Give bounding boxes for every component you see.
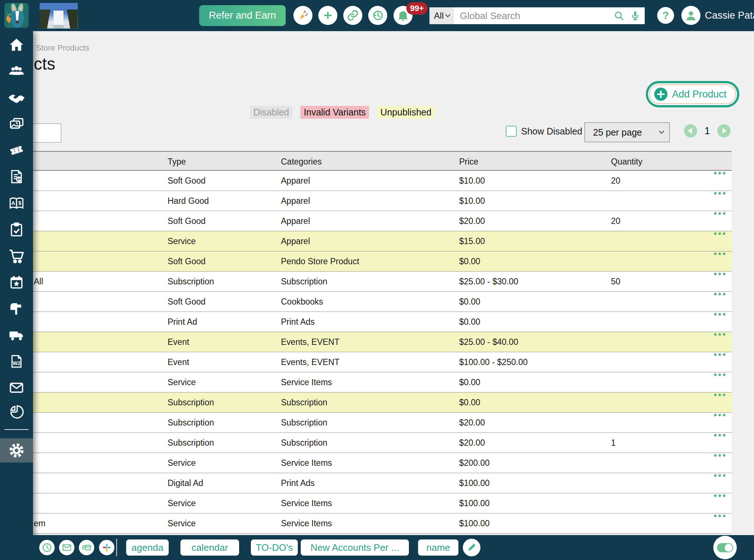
table-row[interactable]: Soft Good Apparel $10.00 20 — [33, 171, 732, 191]
table-row[interactable]: Print Ad Print Ads $0.00 — [33, 312, 732, 332]
sidebar-item-tasks[interactable] — [0, 220, 33, 239]
cell-categories: Service Items — [281, 453, 332, 473]
search-icon[interactable] — [613, 10, 625, 23]
cell-price: $0.00 — [459, 292, 480, 312]
table-row[interactable]: Subscription Subscription $0.00 — [33, 393, 732, 413]
mail-icon[interactable] — [59, 540, 74, 555]
app-logo[interactable] — [4, 3, 29, 28]
cell-categories: Apparel — [281, 171, 310, 191]
shortcut-calendar[interactable]: calendar — [180, 539, 239, 556]
prev-page-button[interactable] — [684, 124, 697, 137]
table-row[interactable]: Service Service Items $0.00 — [33, 372, 732, 393]
sidebar-item-reports[interactable] — [0, 403, 33, 421]
table-row[interactable]: Digital Ad Print Ads $100.00 — [33, 473, 732, 493]
row-actions-menu-icon[interactable] — [714, 312, 726, 316]
sidebar-item-store[interactable] — [0, 247, 33, 265]
row-actions-menu-icon[interactable] — [714, 372, 726, 377]
cell-categories: Service Items — [281, 372, 332, 393]
row-actions-menu-icon[interactable] — [714, 352, 726, 357]
sidebar-item-invoices[interactable]: $ — [0, 167, 33, 186]
table-row[interactable]: Service Apparel $15.00 — [33, 231, 732, 251]
table-row[interactable]: Soft Good Pendo Store Product $0.00 — [33, 251, 732, 272]
table-row[interactable]: em Service Service Items $100.00 — [33, 513, 732, 534]
sidebar-item-contacts[interactable] — [0, 62, 33, 80]
table-row[interactable]: Subscription Subscription $20.00 1 — [33, 433, 732, 453]
row-actions-menu-icon[interactable] — [714, 332, 726, 336]
sidebar-item-messages[interactable] — [0, 379, 33, 397]
link-icon[interactable] — [343, 6, 362, 25]
row-actions-menu-icon[interactable] — [714, 433, 726, 437]
table-row[interactable]: Hard Good Apparel $10.00 — [33, 191, 732, 211]
row-actions-menu-icon[interactable] — [714, 251, 726, 256]
waterfall-thumbnail[interactable] — [40, 3, 78, 29]
show-disabled-checkbox[interactable] — [506, 126, 517, 137]
table-row[interactable]: Soft Good Apparel $20.00 20 — [33, 211, 732, 231]
cell-price: $10.00 — [459, 191, 485, 211]
row-actions-menu-icon[interactable] — [714, 191, 726, 195]
user-avatar[interactable] — [681, 6, 700, 25]
sidebar-item-coupons[interactable] — [0, 141, 33, 159]
table-row[interactable]: Subscription Subscription $20.00 — [33, 413, 732, 433]
table-row[interactable]: Service Service Items $200.00 — [33, 453, 732, 473]
table-row[interactable]: All Subscription Subscription $25.00 - $… — [33, 272, 732, 292]
user-name[interactable]: Cassie Pata — [705, 10, 754, 21]
show-disabled-control[interactable]: Show Disabled — [506, 126, 582, 137]
cell-price: $100.00 - $250.00 — [459, 352, 528, 372]
cell-price: $20.00 — [459, 413, 485, 433]
row-actions-menu-icon[interactable] — [714, 493, 726, 498]
row-actions-menu-icon[interactable] — [714, 513, 726, 518]
microphone-icon[interactable] — [629, 10, 641, 23]
row-actions-menu-icon[interactable] — [714, 413, 726, 417]
shortcut-todos[interactable]: TO-DO's — [251, 539, 298, 556]
history-icon[interactable] — [368, 6, 387, 25]
show-disabled-label: Show Disabled — [521, 126, 582, 137]
next-page-button[interactable] — [717, 124, 731, 137]
cell-categories: Print Ads — [281, 473, 315, 493]
row-actions-menu-icon[interactable] — [714, 272, 726, 276]
sidebar-item-shipping[interactable] — [0, 326, 33, 344]
search-scope-select[interactable]: All — [429, 7, 454, 24]
refer-and-earn-button[interactable]: Refer and Earn — [199, 5, 286, 26]
slack-icon[interactable] — [99, 540, 114, 555]
celebrate-icon[interactable] — [293, 6, 312, 25]
sidebar-item-payroll[interactable]: W2 — [0, 352, 33, 371]
cell-type: Service — [168, 513, 196, 534]
row-actions-menu-icon[interactable] — [714, 453, 726, 457]
sidebar-item-settings[interactable] — [0, 438, 33, 463]
help-button[interactable]: ? — [657, 7, 674, 24]
sidebar-item-media[interactable] — [0, 115, 33, 133]
cell-categories: Events, EVENT — [281, 352, 340, 372]
sidebar-item-events[interactable] — [0, 273, 33, 291]
row-actions-menu-icon[interactable] — [714, 171, 726, 175]
row-actions-menu-icon[interactable] — [714, 473, 726, 478]
sidebar-item-campaigns[interactable] — [0, 299, 33, 318]
shortcut-new-accounts[interactable]: New Accounts Per ... — [301, 539, 409, 556]
product-search-input[interactable] — [33, 124, 61, 143]
shortcut-agenda[interactable]: agenda — [126, 539, 169, 556]
add-product-button[interactable]: Add Product — [646, 81, 739, 107]
cell-type: Hard Good — [168, 191, 209, 211]
table-row[interactable]: Event Events, EVENT $100.00 - $250.00 — [33, 352, 732, 372]
col-header-price: Price — [459, 152, 478, 172]
row-actions-menu-icon[interactable] — [714, 211, 726, 215]
table-row[interactable]: Soft Good Cookbooks $0.00 — [33, 292, 732, 312]
cell-price: $200.00 — [459, 453, 490, 473]
shortcut-name[interactable]: name — [418, 539, 458, 556]
table-row[interactable]: Service Service Items $100.00 — [33, 493, 732, 513]
row-actions-menu-icon[interactable] — [714, 292, 726, 296]
row-actions-menu-icon[interactable] — [714, 393, 726, 397]
toolbar-toggle[interactable] — [713, 536, 737, 559]
sidebar-item-accounting[interactable]: A $ — [0, 194, 33, 212]
mail-list-icon[interactable] — [79, 540, 94, 555]
cell-type: Event — [168, 352, 189, 372]
edit-shortcuts-icon[interactable] — [463, 539, 480, 556]
sidebar-item-home[interactable] — [0, 36, 33, 54]
row-actions-menu-icon[interactable] — [714, 231, 726, 236]
table-row[interactable]: Event Events, EVENT $25.00 - $40.00 — [33, 332, 732, 352]
sidebar-item-sales[interactable] — [0, 88, 33, 107]
add-icon[interactable] — [318, 6, 337, 25]
recent-activity-icon[interactable] — [39, 540, 55, 555]
cell-categories: Cookbooks — [281, 292, 323, 312]
cell-price: $25.00 - $40.00 — [459, 332, 518, 352]
per-page-select[interactable]: 25 per page — [585, 122, 670, 142]
